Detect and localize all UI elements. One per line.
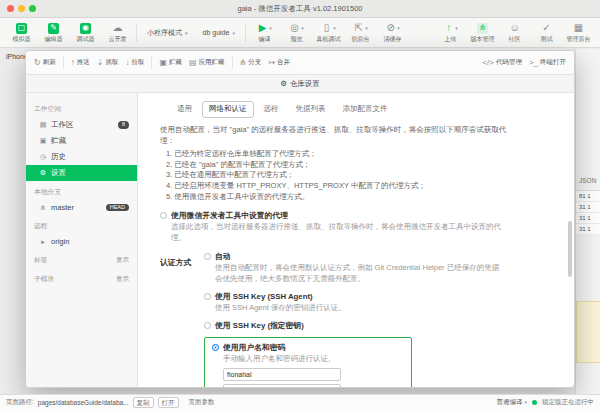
tab-add-config[interactable]: 添加配置文件 bbox=[336, 101, 395, 118]
terminal-icon: >_ bbox=[529, 58, 538, 67]
test-label: 测试 bbox=[541, 35, 553, 44]
window-title: gaia - 微信开发者工具 v1.02.1901500 bbox=[0, 4, 600, 14]
settings-tabs: 通用 网络和认证 远程 凭据列表 添加配置文件 bbox=[170, 101, 558, 118]
project-select[interactable]: db guide ▾ bbox=[198, 27, 240, 38]
git-apply-stash-button[interactable]: ▤ 应用贮藏 bbox=[189, 58, 225, 67]
community-label: 社区 bbox=[509, 35, 521, 44]
radio-icon[interactable] bbox=[204, 293, 211, 300]
clear-cache-button[interactable]: ⊘▾ 清缓存 bbox=[379, 22, 406, 44]
git-window: ↻ 刷新 ↑ 推送 ⇣ 抓取 ↓ 拉取 ▣ 贮藏 ▤ 应 bbox=[25, 50, 575, 388]
open-path-button[interactable]: 打开 bbox=[158, 397, 179, 408]
compile-mode-value: 普通编译 bbox=[496, 398, 522, 407]
gear-icon: ⚙ bbox=[280, 79, 287, 88]
fetch-icon: ⇣ bbox=[97, 58, 104, 67]
preview-button[interactable]: ◎▾ 预览 bbox=[283, 22, 310, 44]
auth-option-ssh-key-radio[interactable]: 使用 SSH Key (指定密钥) bbox=[204, 320, 504, 331]
sidebar-item-stash[interactable]: ▣ 贮藏 bbox=[26, 133, 137, 149]
radio-icon[interactable] bbox=[204, 253, 211, 260]
compile-mode-select[interactable]: 普通编译 ▾ bbox=[496, 398, 527, 407]
version-control-button[interactable]: ⋔ 版本管理 bbox=[469, 22, 496, 44]
simulator-button[interactable]: ▢ 模拟器 bbox=[8, 22, 35, 44]
git-stash-button[interactable]: ▣ 贮藏 bbox=[159, 58, 182, 67]
git-branch-button[interactable]: ⋔ 分支 bbox=[240, 58, 262, 67]
code-manage-button[interactable]: </> 代码管理 bbox=[482, 58, 522, 67]
chevron-down-icon: ▾ bbox=[232, 30, 235, 36]
radio-icon[interactable] bbox=[204, 322, 211, 329]
preview-icon: ◎ bbox=[289, 23, 300, 34]
background-switch-label: 切后台 bbox=[351, 35, 369, 44]
git-fetch-button[interactable]: ⇣ 抓取 bbox=[97, 58, 119, 67]
git-merge-label: 合并 bbox=[277, 58, 290, 67]
git-pull-button[interactable]: ↓ 拉取 bbox=[125, 58, 144, 67]
debugger-icon: ◉ bbox=[80, 23, 91, 34]
git-sidebar: 工作空间 ▤ 工作区 8 ▣ 贮藏 ◷ 历史 ⚙ 设置 bbox=[26, 93, 138, 387]
auth-option-auto-desc: 使用自动配置时，将会使用默认认证方式，例如 Git Credential Hel… bbox=[215, 263, 504, 285]
test-button[interactable]: ✓ 测试 bbox=[533, 22, 560, 44]
radio-icon[interactable] bbox=[160, 212, 167, 219]
head-badge: HEAD bbox=[106, 204, 129, 212]
radio-checked-icon[interactable] bbox=[212, 344, 219, 351]
device-debug-button[interactable]: ▯▾ 真机调试 bbox=[315, 22, 342, 44]
git-refresh-button[interactable]: ↻ 刷新 bbox=[34, 58, 56, 67]
auth-option-ssh-agent-radio[interactable]: 使用 SSH Key (SSH Agent) bbox=[204, 291, 504, 302]
mode-select[interactable]: 小程序模式 ▾ bbox=[142, 26, 193, 40]
cloud-icon: ☁ bbox=[112, 23, 123, 34]
submodules-show-toggle[interactable]: 显示 bbox=[116, 275, 129, 284]
settings-scrollbar[interactable] bbox=[568, 221, 572, 277]
chevron-down-icon: ▾ bbox=[397, 25, 400, 31]
sidebar-item-settings[interactable]: ⚙ 设置 bbox=[26, 165, 137, 181]
apply-stash-icon: ▤ bbox=[189, 58, 197, 67]
tab-remote[interactable]: 远程 bbox=[257, 101, 286, 118]
username-field[interactable] bbox=[223, 368, 341, 381]
git-merge-button[interactable]: ↣ 合并 bbox=[268, 58, 290, 67]
tags-show-toggle[interactable]: 显示 bbox=[116, 256, 129, 265]
simulator-label: 模拟器 bbox=[13, 35, 31, 44]
debugger-label: 调试器 bbox=[77, 35, 95, 44]
tab-network-auth[interactable]: 网络和认证 bbox=[202, 101, 254, 118]
debugger-row: 31 1 bbox=[576, 202, 600, 213]
local-branches-section-header: 本地分支 bbox=[26, 184, 137, 200]
compile-button[interactable]: ▶▾ 编译 bbox=[251, 22, 278, 44]
editor-button[interactable]: ✎ 编辑器 bbox=[40, 22, 67, 44]
proxy-option-radio[interactable]: 使用微信开发者工具中设置的代理 bbox=[160, 210, 558, 221]
minimize-window-button[interactable] bbox=[18, 5, 25, 12]
admin-console-label: 管理后台 bbox=[567, 35, 591, 44]
community-button[interactable]: ☺ 社区 bbox=[501, 22, 528, 44]
tab-credentials[interactable]: 凭据列表 bbox=[289, 101, 333, 118]
tab-general[interactable]: 通用 bbox=[170, 101, 199, 118]
proxy-option-desc: 选择此选项，当对远程服务器进行推送、抓取、拉取等操作时，将会使用微信开发者工具中… bbox=[171, 222, 501, 244]
tags-section-header: 标签 显示 bbox=[26, 252, 137, 268]
upload-button[interactable]: ↑▾ 上传 bbox=[437, 22, 464, 44]
cloud-dev-button[interactable]: ☁ 云开发 bbox=[104, 22, 131, 44]
sidebar-item-working-tree[interactable]: ▤ 工作区 8 bbox=[26, 117, 137, 133]
branch-icon: ⋔ bbox=[240, 58, 247, 67]
auth-option-ssh-agent-desc: 使用 SSH Agent 保存的密钥进行认证。 bbox=[215, 303, 504, 314]
refresh-icon: ↻ bbox=[34, 58, 41, 67]
page-params-link[interactable]: 页面参数 bbox=[189, 398, 215, 407]
upload-label: 上传 bbox=[445, 35, 457, 44]
admin-console-button[interactable]: ▦ 管理后台 bbox=[565, 22, 592, 44]
chevron-down-icon: ▾ bbox=[524, 399, 527, 405]
merge-icon: ↣ bbox=[268, 58, 275, 67]
status-dot-icon bbox=[532, 400, 537, 405]
git-fetch-label: 抓取 bbox=[105, 58, 118, 67]
password-auth-box: 使用用户名和密码 手动输入用户名和密码进行认证。 用户名和密码将会为用户 "fi… bbox=[204, 337, 412, 387]
sidebar-item-history[interactable]: ◷ 历史 bbox=[26, 149, 137, 165]
sidebar-item-branch-master[interactable]: ⋔ master HEAD bbox=[26, 200, 137, 215]
open-terminal-button[interactable]: >_ 终端打开 bbox=[529, 58, 566, 67]
auth-option-password-radio[interactable]: 使用用户名和密码 bbox=[212, 342, 404, 353]
chevron-down-icon: ▾ bbox=[269, 25, 272, 31]
auth-option-auto-radio[interactable]: 自动 bbox=[204, 251, 504, 262]
copy-path-button[interactable]: 复制 bbox=[133, 397, 154, 408]
sidebar-item-remote-origin[interactable]: ▸ origin bbox=[26, 234, 137, 249]
background-switch-button[interactable]: ⇱▾ 切后台 bbox=[347, 22, 374, 44]
json-tab-label: JSON bbox=[579, 177, 596, 184]
password-field[interactable] bbox=[223, 384, 341, 387]
close-window-button[interactable] bbox=[7, 5, 14, 12]
debugger-button[interactable]: ◉ 调试器 bbox=[72, 22, 99, 44]
version-control-label: 版本管理 bbox=[471, 35, 495, 44]
remotes-section-header: 远程 bbox=[26, 218, 137, 234]
zoom-window-button[interactable] bbox=[29, 5, 36, 12]
git-push-button[interactable]: ↑ 推送 bbox=[71, 58, 90, 67]
page-path-value: pages/databaseGuide/databa... bbox=[38, 399, 129, 406]
